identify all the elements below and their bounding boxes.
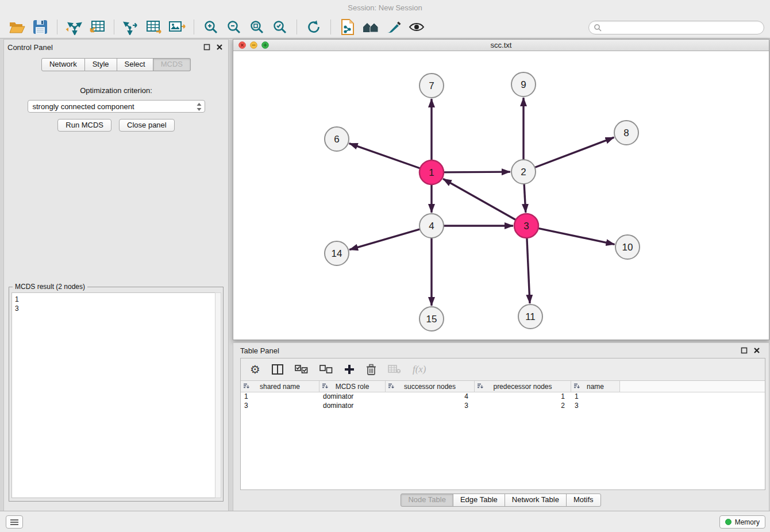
save-session-button[interactable] bbox=[29, 17, 52, 37]
table-cell: dominator bbox=[319, 392, 386, 402]
export-network-button[interactable] bbox=[120, 17, 143, 37]
graph-node-15[interactable]: 15 bbox=[419, 307, 444, 331]
edge-2-3[interactable] bbox=[524, 184, 526, 213]
tab-edge-table[interactable]: Edge Table bbox=[453, 494, 505, 507]
criterion-dropdown[interactable]: strongly connected component bbox=[28, 100, 205, 113]
optimization-criterion-label: Optimization criterion: bbox=[4, 86, 228, 95]
close-icon bbox=[216, 44, 223, 51]
table-row[interactable]: 3dominator323 bbox=[241, 402, 765, 411]
graph-node-2[interactable]: 2 bbox=[511, 160, 536, 184]
graph-node-11[interactable]: 11 bbox=[518, 304, 542, 329]
dropdown-stepper-icon bbox=[197, 102, 202, 113]
toolbar-separator bbox=[330, 20, 331, 34]
style-brush-icon bbox=[386, 20, 401, 34]
plus-icon bbox=[344, 364, 355, 375]
table-cell: 3 bbox=[571, 402, 620, 411]
edge-3-11[interactable] bbox=[527, 238, 530, 303]
tab-select[interactable]: Select bbox=[117, 58, 153, 71]
search-input[interactable] bbox=[605, 23, 759, 32]
network-canvas-area[interactable]: 7968124314101511 bbox=[233, 51, 769, 340]
delete-table-button[interactable] bbox=[388, 365, 401, 374]
graph-node-7[interactable]: 7 bbox=[419, 74, 444, 98]
close-panel-button[interactable] bbox=[215, 43, 224, 51]
edge-4-14[interactable] bbox=[349, 229, 420, 250]
close-panel-button-cp[interactable]: Close panel bbox=[119, 119, 175, 132]
create-column-button[interactable] bbox=[344, 364, 355, 375]
edge-1-2[interactable] bbox=[444, 172, 510, 172]
tab-network[interactable]: Network bbox=[41, 58, 85, 71]
run-mcds-button[interactable]: Run MCDS bbox=[57, 119, 111, 132]
column-header-filler bbox=[620, 381, 765, 392]
zoom-window-button[interactable] bbox=[261, 41, 269, 49]
graph-node-3[interactable]: 3 bbox=[514, 214, 538, 238]
zoom-out-button[interactable] bbox=[222, 17, 245, 37]
graph-node-4[interactable]: 4 bbox=[419, 214, 444, 238]
mcds-result-group: MCDS result (2 nodes) 13 bbox=[9, 287, 224, 502]
network-window-title: scc.txt bbox=[233, 40, 769, 51]
graph-node-9[interactable]: 9 bbox=[511, 72, 536, 97]
home-button[interactable] bbox=[359, 17, 382, 37]
graph-node-14[interactable]: 14 bbox=[325, 241, 349, 265]
close-table-panel-button[interactable] bbox=[753, 346, 761, 354]
zoom-fit-button[interactable] bbox=[245, 17, 268, 37]
export-table-button[interactable] bbox=[143, 17, 165, 37]
toolbar-separator bbox=[297, 20, 297, 34]
function-builder-button[interactable]: f(x) bbox=[413, 364, 426, 375]
network-canvas[interactable]: 7968124314101511 bbox=[233, 51, 769, 340]
svg-text:15: 15 bbox=[426, 314, 437, 325]
graph-node-6[interactable]: 6 bbox=[325, 127, 349, 151]
import-network-icon bbox=[66, 19, 83, 35]
unselect-all-columns-button[interactable] bbox=[319, 365, 333, 374]
eye-button[interactable] bbox=[405, 17, 428, 37]
edge-3-1[interactable] bbox=[443, 179, 516, 219]
import-network-button[interactable] bbox=[63, 17, 86, 37]
delete-column-button[interactable] bbox=[366, 364, 376, 375]
graph-node-1[interactable]: 1 bbox=[419, 160, 444, 184]
float-icon bbox=[741, 347, 748, 354]
refresh-button[interactable] bbox=[302, 17, 325, 37]
table-row[interactable]: 1dominator411 bbox=[241, 392, 765, 402]
network-window-titlebar[interactable]: scc.txt bbox=[233, 40, 769, 51]
import-table-button[interactable] bbox=[86, 17, 109, 37]
float-table-panel-button[interactable] bbox=[740, 346, 748, 354]
table-delete-icon bbox=[388, 365, 401, 374]
svg-text:9: 9 bbox=[521, 79, 526, 90]
edge-1-6[interactable] bbox=[349, 144, 421, 168]
svg-text:1: 1 bbox=[429, 167, 434, 178]
column-header-shared-name[interactable]: shared name bbox=[241, 381, 319, 392]
column-header-name[interactable]: name bbox=[571, 381, 620, 392]
zoom-out-icon bbox=[226, 20, 241, 34]
zoom-in-button[interactable] bbox=[199, 17, 222, 37]
edge-2-8[interactable] bbox=[535, 137, 614, 167]
tab-network-table[interactable]: Network Table bbox=[505, 494, 567, 507]
network-file-button[interactable] bbox=[336, 17, 359, 37]
mcds-result-list[interactable]: 13 bbox=[11, 292, 215, 498]
close-window-button[interactable] bbox=[238, 41, 246, 49]
result-scrollbar[interactable] bbox=[215, 292, 221, 498]
open-session-button[interactable] bbox=[6, 17, 29, 37]
minimize-window-button[interactable] bbox=[250, 41, 257, 49]
tab-style[interactable]: Style bbox=[85, 58, 117, 71]
tab-node-table[interactable]: Node Table bbox=[401, 494, 453, 507]
search-field[interactable] bbox=[588, 21, 764, 34]
zoom-selected-button[interactable] bbox=[268, 17, 291, 37]
sort-icon bbox=[322, 383, 328, 390]
task-history-button[interactable] bbox=[6, 515, 23, 529]
tab-mcds[interactable]: MCDS bbox=[153, 58, 191, 71]
toolbar-separator bbox=[114, 20, 114, 34]
export-image-button[interactable] bbox=[165, 17, 188, 37]
style-button[interactable] bbox=[382, 17, 405, 37]
save-icon bbox=[33, 20, 48, 34]
column-header-predecessor-nodes[interactable]: predecessor nodes bbox=[475, 381, 571, 392]
memory-button[interactable]: Memory bbox=[719, 515, 765, 529]
edge-3-10[interactable] bbox=[538, 228, 615, 244]
column-header-successor-nodes[interactable]: successor nodes bbox=[386, 381, 475, 392]
graph-node-10[interactable]: 10 bbox=[615, 235, 640, 259]
show-columns-button[interactable] bbox=[272, 364, 283, 375]
select-all-columns-button[interactable] bbox=[295, 365, 308, 374]
float-panel-button[interactable] bbox=[203, 43, 211, 51]
table-settings-button[interactable]: ⚙ bbox=[250, 364, 260, 375]
graph-node-8[interactable]: 8 bbox=[614, 121, 638, 145]
column-header-mcds-role[interactable]: MCDS role bbox=[319, 381, 386, 392]
tab-motifs[interactable]: Motifs bbox=[566, 494, 601, 507]
